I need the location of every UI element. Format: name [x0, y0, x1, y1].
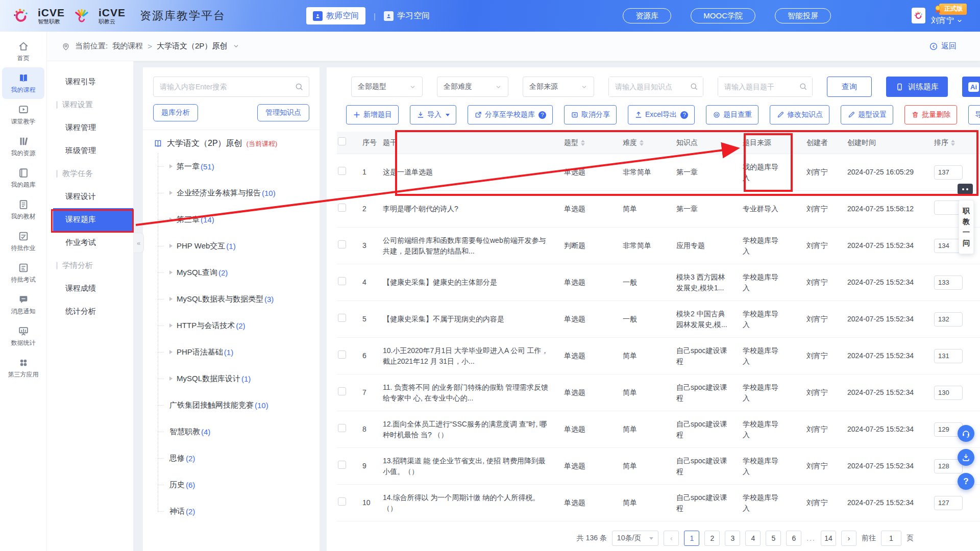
cell-stem[interactable]: 14.综合所得以 为一个周期计缴 纳的个人所得税。（） — [383, 492, 564, 514]
bank-analysis-button[interactable]: 题库分析 — [153, 104, 198, 121]
menu-item[interactable]: 统计分析 — [47, 300, 133, 323]
sort-icons[interactable] — [640, 140, 644, 146]
col-type[interactable]: 题型 — [564, 137, 623, 148]
sidebar-rail-item[interactable]: 待批作业 — [2, 226, 44, 257]
sort-order-input[interactable]: 130 — [934, 386, 963, 400]
menu-item[interactable]: 课程成绩 — [47, 277, 133, 300]
cell-stem[interactable]: 12.面向全体员工进行“SSC服务的满意度调 查”时, 哪种时机最恰 当? （） — [383, 419, 564, 440]
goto-page-input[interactable] — [881, 531, 901, 546]
cell-stem[interactable]: 公司前端组件库和函数库需要每位web前端开发参与共建，是团队智慧的结晶和... — [383, 235, 564, 257]
search-icon[interactable] — [799, 82, 807, 91]
tree-node[interactable]: PHP语法基础 (1) — [153, 339, 309, 365]
header-pill-button[interactable]: 智能投屏 — [775, 8, 831, 23]
app-logo-badge[interactable] — [912, 8, 925, 23]
sidebar-rail-item[interactable]: 我的课程 — [2, 67, 44, 99]
tree-node[interactable]: 第一章 (51) — [153, 153, 309, 180]
manage-knowledge-button[interactable]: 管理知识点 — [257, 104, 309, 121]
toolbar-button[interactable]: Excel导出 ? — [628, 105, 695, 124]
cell-stem[interactable]: 【健康史采集】健康史的主体部分是 — [383, 277, 564, 288]
toolbar-button[interactable]: 导入 — [410, 105, 456, 124]
last-page-button[interactable]: 14 — [821, 531, 836, 546]
tree-node[interactable]: MySQL数据库设计 (1) — [153, 365, 309, 392]
prev-page-button[interactable]: ‹ — [664, 531, 679, 546]
breadcrumb-my-courses[interactable]: 我的课程 — [112, 41, 143, 51]
download-button[interactable] — [958, 449, 974, 466]
tree-node[interactable]: 智慧职教 (4) — [153, 418, 309, 445]
page-number-button[interactable]: 3 — [725, 531, 740, 546]
sort-icons[interactable] — [951, 140, 955, 146]
menu-item[interactable]: 课程设计 — [47, 185, 133, 208]
tree-search-input[interactable] — [154, 77, 309, 96]
search-icon[interactable] — [295, 82, 304, 91]
sidebar-rail-item[interactable]: 第三方应用 — [2, 352, 44, 384]
menu-item[interactable]: 课程题库 — [53, 208, 133, 231]
sidebar-rail-item[interactable]: 我的教材 — [2, 194, 44, 226]
header-pill-button[interactable]: 资源库 — [623, 8, 671, 23]
toolbar-button[interactable]: 新增题目 — [346, 105, 399, 124]
row-checkbox[interactable] — [338, 240, 346, 248]
filter-search-input[interactable] — [609, 77, 703, 96]
toolbar-button[interactable]: 修改知识点 — [770, 105, 829, 124]
caret-right-icon[interactable] — [169, 377, 173, 381]
cell-stem[interactable]: 13.招聘渠道 能 使企业节省支出, 使招 聘费用降到最小值。（） — [383, 456, 564, 477]
sort-order-input[interactable]: 132 — [934, 312, 963, 327]
caret-right-icon[interactable] — [169, 191, 173, 195]
filter-search-input[interactable] — [718, 77, 812, 96]
breadcrumb-current-course[interactable]: 大学语文（2P）原创 — [157, 41, 227, 51]
menu-item[interactable]: 班级管理 — [47, 139, 133, 162]
filter-select[interactable]: 全部题型 — [351, 77, 423, 97]
cell-stem[interactable]: 11. 负责将不同 的业务部门特殊的假勤 管理需求反馈给专家中 心, 在专业中心… — [383, 382, 564, 404]
row-checkbox[interactable] — [338, 350, 346, 359]
menu-item[interactable]: 课程设置 — [47, 93, 133, 116]
page-number-button[interactable]: 4 — [745, 531, 761, 546]
tree-node[interactable]: HTTP与会话技术 (2) — [153, 312, 309, 339]
caret-right-icon[interactable] — [169, 217, 173, 221]
page-number-button[interactable]: 2 — [704, 531, 720, 546]
filter-select[interactable]: 全部来源 — [523, 77, 594, 97]
help-button[interactable]: ? — [958, 473, 974, 490]
row-checkbox[interactable] — [338, 277, 346, 285]
header-pill-button[interactable]: MOOC学院 — [691, 8, 755, 23]
sidebar-rail-item[interactable]: 我的资源 — [2, 131, 44, 162]
filter-select[interactable]: 全部难度 — [437, 77, 508, 97]
cell-stem[interactable]: 这是一道单选题 — [383, 167, 564, 178]
row-checkbox[interactable] — [338, 497, 346, 506]
toolbar-button[interactable]: 取消分享 — [564, 105, 617, 124]
toolbar-button[interactable]: 批量删除 — [904, 105, 957, 124]
cell-stem[interactable]: 【健康史采集】不属于现病史的内容是 — [383, 314, 564, 324]
page-number-button[interactable]: 6 — [786, 531, 801, 546]
sort-order-input[interactable]: 131 — [934, 349, 963, 363]
tree-node[interactable]: MySQL数据表与数据类型 (3) — [153, 286, 309, 312]
row-checkbox[interactable] — [338, 204, 346, 212]
back-button[interactable]: 返回 — [929, 41, 957, 51]
caret-right-icon[interactable] — [169, 350, 173, 354]
ai-button[interactable]: Ai A — [962, 77, 980, 97]
menu-item[interactable]: 作业考试 — [47, 231, 133, 254]
user-menu[interactable]: 刘宵宁 — [931, 16, 963, 26]
nav-learning-space[interactable]: 学习空间 — [384, 11, 430, 21]
tree-node[interactable]: 神话 (2) — [153, 498, 309, 524]
tree-node[interactable]: PHP Web交互 (1) — [153, 233, 309, 259]
help-icon[interactable]: ? — [680, 111, 688, 119]
toolbar-button[interactable]: 题目查重 — [706, 105, 758, 124]
menu-item[interactable]: 课程引导 — [47, 70, 133, 93]
sort-order-input[interactable]: 127 — [934, 496, 963, 510]
cell-stem[interactable]: 李明是哪个朝代的诗人? — [383, 204, 564, 214]
zhijiao-assistant-widget[interactable]: 职教一问 — [959, 200, 974, 254]
tree-node[interactable]: 历史 (6) — [153, 471, 309, 498]
panel-collapse-handle[interactable]: « — [134, 233, 144, 253]
row-checkbox[interactable] — [338, 461, 346, 469]
caret-right-icon[interactable] — [169, 297, 173, 301]
cell-stem[interactable]: 10.小王2020年7月1日 大学毕业即进入A 公司 工作，截止2021年12 … — [383, 345, 564, 367]
sidebar-rail-item[interactable]: 首页 — [2, 36, 44, 67]
chevron-down-icon[interactable] — [233, 43, 239, 49]
toolbar-button[interactable]: 导入记录 — [968, 105, 980, 124]
tree-node[interactable]: 思修 (2) — [153, 445, 309, 471]
sidebar-rail-item[interactable]: 课堂教学 — [2, 99, 44, 131]
sidebar-rail-item[interactable]: 消息通知 — [2, 289, 44, 320]
toolbar-button[interactable]: 题型设置 — [841, 105, 893, 124]
page-number-button[interactable]: 1 — [684, 531, 699, 546]
row-checkbox[interactable] — [338, 387, 346, 395]
select-all-checkbox[interactable] — [338, 137, 346, 145]
sort-icons[interactable] — [581, 140, 585, 146]
